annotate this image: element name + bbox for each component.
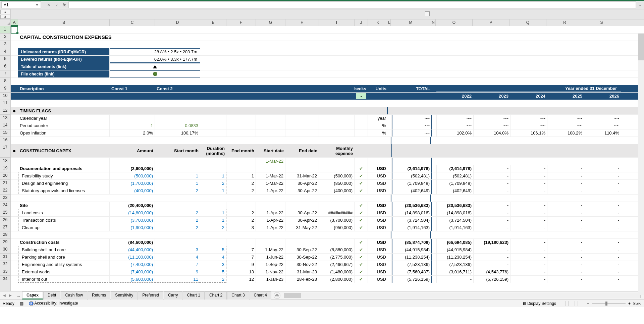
table-row[interactable]: Calendar year year ~~ ~~ ~~ ~~ ~~ ~~ — [11, 115, 644, 122]
sheet-tab-sensitivity[interactable]: Sensitivity — [111, 291, 138, 300]
column-header-g[interactable]: G — [256, 19, 285, 26]
row-header[interactable]: 26 — [0, 217, 10, 224]
tab-nav-prev-icon[interactable]: ◀ — [2, 293, 7, 298]
column-header-a[interactable]: A — [11, 19, 18, 26]
group-header-row[interactable]: Site (20,400,000) ✔ USD (20,536,683) (20… — [11, 202, 644, 209]
row-header[interactable]: 14 — [0, 122, 10, 129]
table-row[interactable]: Period counter 1 0.0833 % ~~ ~~ ~~ ~~ ~~… — [11, 122, 644, 129]
column-header-n[interactable]: N — [431, 19, 436, 26]
row-header[interactable]: 34 — [0, 276, 10, 283]
sheet-tab-chart-1[interactable]: Chart 1 — [183, 291, 205, 300]
row-header[interactable]: 20 — [0, 172, 10, 180]
name-box[interactable]: A1 ▼ — [1, 1, 41, 8]
row-header[interactable]: 28 — [0, 231, 10, 239]
column-header-h[interactable]: H — [285, 19, 319, 26]
column-header-m[interactable]: M — [391, 19, 431, 26]
column-header-r[interactable]: R — [546, 19, 583, 26]
file-checks-link-icon[interactable] — [110, 70, 200, 77]
formula-input[interactable] — [68, 1, 636, 8]
sheet-tab-chart-4[interactable]: Chart 4 — [250, 291, 271, 300]
row-header[interactable]: 32 — [0, 261, 10, 268]
row-header[interactable]: 9 — [0, 85, 10, 93]
file-checks-link-label[interactable]: File checks (link) — [18, 70, 110, 77]
horizontal-scrollbar[interactable] — [284, 293, 641, 298]
line-item-row[interactable]: Statutory approvals and licenses (400,00… — [11, 187, 644, 195]
row-header[interactable]: 18 — [0, 158, 10, 165]
row-header[interactable]: 30 — [0, 246, 10, 254]
line-item-row[interactable]: Interior fit out (5,600,000) 11 2 12 1-J… — [11, 276, 644, 283]
row-header[interactable]: 27 — [0, 224, 10, 231]
column-header-f[interactable]: F — [226, 19, 256, 26]
row-header[interactable]: 21 — [0, 180, 10, 187]
row-header[interactable]: 23 — [0, 195, 10, 202]
sheet-tab-capex[interactable]: Capex — [22, 291, 43, 300]
sheet-tab-preferred[interactable]: Preferred — [138, 291, 163, 300]
line-item-row[interactable]: Building shell and core (44,400,000) 3 5… — [11, 246, 644, 254]
row-header[interactable]: 19 — [0, 165, 10, 172]
sheet-tab-chart-3[interactable]: Chart 3 — [227, 291, 249, 300]
column-header-o[interactable]: O — [436, 19, 473, 26]
row-header[interactable]: 16 — [0, 137, 10, 144]
line-item-row[interactable]: Clean-up (1,900,000) 2 2 3 1-Apr-22 31-M… — [11, 224, 644, 231]
row-header[interactable]: 24 — [0, 202, 10, 209]
vertical-scrollbar[interactable] — [638, 34, 644, 295]
line-item-row[interactable]: Parking shell and core (11,100,000) 4 4 … — [11, 254, 644, 261]
row-header[interactable]: 29 — [0, 239, 10, 246]
line-item-row[interactable]: Land costs (14,800,000) 2 1 2 1-Apr-22 3… — [11, 209, 644, 217]
zoom-slider[interactable] — [592, 303, 626, 304]
line-item-row[interactable]: Engineering and utility systems (7,400,0… — [11, 261, 644, 268]
row-header[interactable]: 13 — [0, 115, 10, 122]
page-break-view-button[interactable] — [578, 301, 584, 306]
sheet-tab-returns[interactable]: Returns — [88, 291, 110, 300]
zoom-percent[interactable]: 85% — [633, 301, 641, 306]
accessibility-status[interactable]: Accessibility: Investigate — [34, 301, 78, 306]
accessibility-icon[interactable]: ♿ — [29, 301, 34, 306]
sheet-tab-carry[interactable]: Carry — [164, 291, 182, 300]
line-item-row[interactable]: Feasibility study (500,000) 1 1 1 1-Mar-… — [11, 172, 644, 180]
column-header-e[interactable]: E — [200, 19, 226, 26]
column-header-p[interactable]: P — [473, 19, 509, 26]
zoom-out-button[interactable]: − — [587, 301, 589, 306]
sheet-tab-debt[interactable]: Debt — [43, 291, 60, 300]
row-header[interactable]: 31 — [0, 254, 10, 261]
column-header-c[interactable]: C — [110, 19, 155, 26]
normal-view-button[interactable] — [559, 301, 566, 306]
name-box-dropdown-icon[interactable]: ▼ — [36, 3, 39, 7]
column-header-q[interactable]: Q — [509, 19, 546, 26]
row-header[interactable]: 15 — [0, 129, 10, 137]
tab-nav-next-icon[interactable]: ▶ — [8, 293, 13, 298]
group-header-row[interactable]: Documentation and approvals (2,600,000) … — [11, 165, 644, 172]
row-header[interactable]: 33 — [0, 268, 10, 276]
row-header[interactable]: 5 — [0, 56, 10, 63]
row-header[interactable]: 8 — [0, 78, 10, 85]
row-header-1[interactable]: 1 — [0, 26, 10, 34]
outline-collapse-button[interactable]: − — [425, 11, 430, 16]
column-header-b[interactable]: B — [18, 19, 110, 26]
sheet-tab-cash-flow[interactable]: Cash flow — [61, 291, 87, 300]
outline-level-2-button[interactable]: 2 — [0, 15, 10, 19]
select-all-button[interactable] — [0, 19, 11, 26]
row-header[interactable]: 7 — [0, 70, 10, 78]
column-header-i[interactable]: I — [319, 19, 355, 26]
row-header[interactable]: 12 — [0, 107, 10, 115]
line-item-row[interactable]: Design and engineering (1,700,000) 1 2 2… — [11, 180, 644, 187]
row-header[interactable]: 10 — [0, 93, 10, 100]
row-header[interactable]: 6 — [0, 63, 10, 70]
tab-ellipsis[interactable]: ... — [15, 293, 22, 298]
fx-icon[interactable]: fx — [63, 3, 66, 7]
line-item-row[interactable]: Transaction costs (3,700,000) 2 1 2 1-Ap… — [11, 217, 644, 224]
row-header[interactable]: 25 — [0, 209, 10, 217]
zoom-in-button[interactable]: + — [628, 301, 631, 306]
outline-level-1-button[interactable]: 1 — [0, 10, 10, 14]
table-row[interactable]: Opex inflation 2.0% 100.17% % ~~ 102.0% … — [11, 129, 644, 137]
column-header-j[interactable]: J — [355, 19, 368, 26]
row-header[interactable]: 3 — [0, 41, 10, 48]
row-header[interactable]: 11 — [0, 100, 10, 107]
page-layout-view-button[interactable] — [568, 301, 575, 306]
column-header-d[interactable]: D — [155, 19, 200, 26]
row-header[interactable]: 2 — [0, 34, 10, 41]
add-sheet-button[interactable]: ⊕ — [274, 292, 280, 299]
column-header-s[interactable]: S — [583, 19, 620, 26]
row-header[interactable]: 17 — [0, 144, 10, 158]
column-header-k[interactable]: K — [368, 19, 388, 26]
